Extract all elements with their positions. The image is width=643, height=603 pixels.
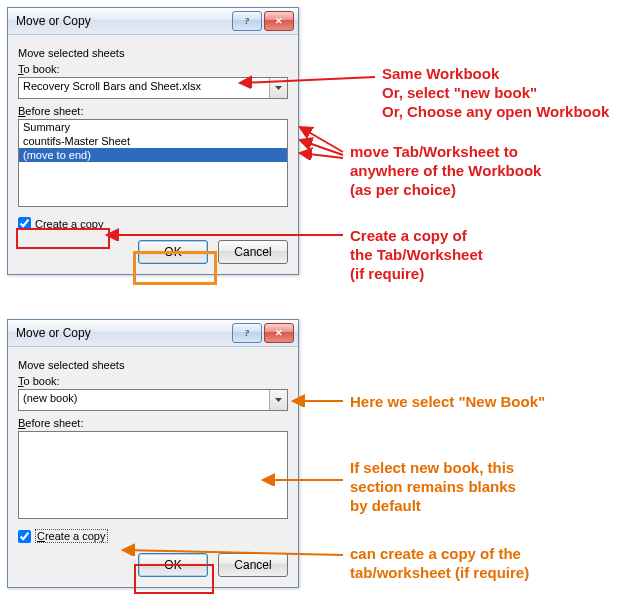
to-book-combo[interactable]: (new book) xyxy=(18,389,288,411)
annotation-create-copy: Create a copy of the Tab/Worksheet (if r… xyxy=(350,227,483,283)
to-book-dropdown-button[interactable] xyxy=(269,390,287,410)
ok-button[interactable]: OK xyxy=(138,553,208,577)
svg-line-1 xyxy=(300,127,343,152)
chevron-down-icon xyxy=(275,86,282,90)
cancel-button[interactable]: Cancel xyxy=(218,553,288,577)
annotation-section-blank: If select new book, this section remains… xyxy=(350,459,516,515)
cancel-button[interactable]: Cancel xyxy=(218,240,288,264)
chevron-down-icon xyxy=(275,398,282,402)
help-button[interactable]: ? xyxy=(232,11,262,31)
to-book-value: Recovery Scroll Bars and Sheet.xlsx xyxy=(19,78,269,98)
annotation-same-workbook: Same Workbook Or, select "new book" Or, … xyxy=(382,65,609,121)
annotation-new-book: Here we select "New Book" xyxy=(350,393,545,412)
svg-line-2 xyxy=(300,140,343,155)
svg-line-3 xyxy=(300,153,343,158)
instruction-label: Move selected sheets xyxy=(18,47,288,59)
instruction-label: Move selected sheets xyxy=(18,359,288,371)
to-book-combo[interactable]: Recovery Scroll Bars and Sheet.xlsx xyxy=(18,77,288,99)
list-item[interactable]: Summary xyxy=(19,120,287,134)
help-button[interactable]: ? xyxy=(232,323,262,343)
move-or-copy-dialog-2: Move or Copy ? ✕ Move selected sheets To… xyxy=(7,319,299,588)
ok-button[interactable]: OK xyxy=(138,240,208,264)
create-copy-label: Create a copy xyxy=(35,529,108,543)
before-sheet-listbox[interactable] xyxy=(18,431,288,519)
dialog-title: Move or Copy xyxy=(16,14,230,28)
titlebar[interactable]: Move or Copy ? ✕ xyxy=(8,8,298,35)
to-book-label: To book: xyxy=(18,375,288,387)
annotation-move-tab: move Tab/Worksheet to anywhere of the Wo… xyxy=(350,143,541,199)
to-book-dropdown-button[interactable] xyxy=(269,78,287,98)
dialog-title: Move or Copy xyxy=(16,326,230,340)
create-copy-label: Create a copy xyxy=(35,218,104,230)
before-sheet-label: Before sheet: xyxy=(18,417,288,429)
close-button[interactable]: ✕ xyxy=(264,323,294,343)
titlebar[interactable]: Move or Copy ? ✕ xyxy=(8,320,298,347)
to-book-value: (new book) xyxy=(19,390,269,410)
create-copy-checkbox[interactable] xyxy=(18,530,31,543)
before-sheet-listbox[interactable]: Summary countifs-Master Sheet (move to e… xyxy=(18,119,288,207)
to-book-label: To book: xyxy=(18,63,288,75)
create-copy-checkbox[interactable] xyxy=(18,217,31,230)
list-item[interactable]: countifs-Master Sheet xyxy=(19,134,287,148)
list-item[interactable]: (move to end) xyxy=(19,148,287,162)
move-or-copy-dialog-1: Move or Copy ? ✕ Move selected sheets To… xyxy=(7,7,299,275)
before-sheet-label: Before sheet: xyxy=(18,105,288,117)
close-button[interactable]: ✕ xyxy=(264,11,294,31)
annotation-can-create-copy: can create a copy of the tab/worksheet (… xyxy=(350,545,529,583)
